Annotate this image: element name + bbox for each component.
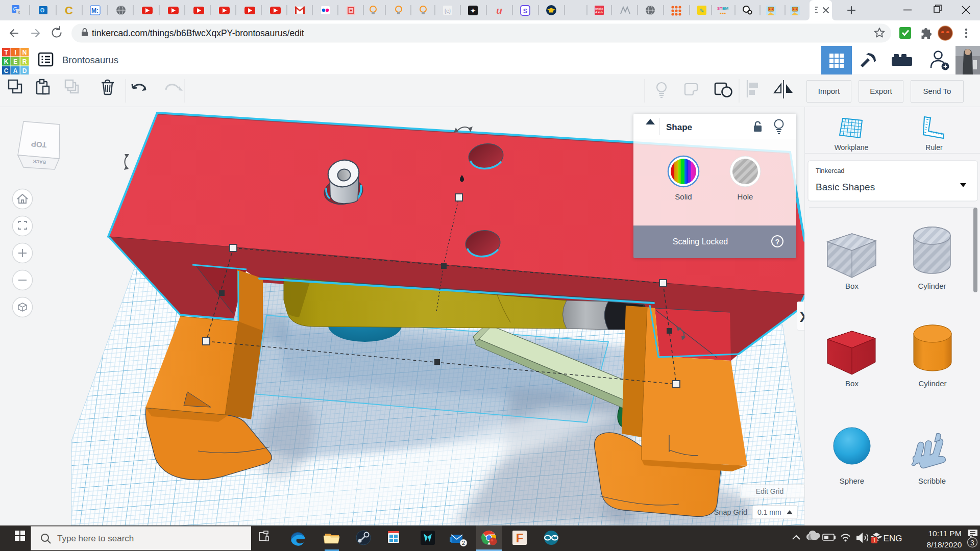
svg-text:C: C xyxy=(65,4,73,17)
svg-text:●●●: ●●● xyxy=(720,11,726,15)
svg-text:2: 2 xyxy=(462,540,465,546)
svg-text:Brontosaurus: Brontosaurus xyxy=(62,55,118,65)
svg-text:T: T xyxy=(5,49,9,56)
svg-text:STEM: STEM xyxy=(717,6,729,11)
svg-text:F: F xyxy=(516,531,524,545)
svg-text:u: u xyxy=(496,5,502,16)
svg-text:10:11 PM: 10:11 PM xyxy=(928,529,961,538)
svg-text:N: N xyxy=(22,49,27,56)
svg-text:1: 1 xyxy=(873,538,876,543)
svg-text:bricks: bricks xyxy=(595,7,603,10)
svg-text:TOP: TOP xyxy=(31,140,47,149)
svg-text:Workplane: Workplane xyxy=(835,143,869,152)
svg-text:{c}: {c} xyxy=(445,8,451,14)
svg-text:Box: Box xyxy=(845,282,859,290)
svg-text:Solid: Solid xyxy=(675,192,692,201)
svg-text:Edit Grid: Edit Grid xyxy=(756,487,783,495)
svg-text:Hole: Hole xyxy=(738,192,753,201)
svg-text:S: S xyxy=(523,7,528,15)
svg-text:✦: ✦ xyxy=(470,7,476,15)
svg-text:Basic Shapes: Basic Shapes xyxy=(816,182,875,192)
svg-text:Ruler: Ruler xyxy=(925,143,943,152)
svg-text:8/18/2020: 8/18/2020 xyxy=(927,540,962,549)
svg-text:D: D xyxy=(22,67,27,74)
svg-text:Scaling Locked: Scaling Locked xyxy=(673,237,728,246)
svg-text:R: R xyxy=(22,58,27,65)
svg-text:E: E xyxy=(13,58,17,65)
svg-text:Type here to search: Type here to search xyxy=(57,534,134,543)
svg-text:Shape: Shape xyxy=(666,122,692,132)
svg-text:Box: Box xyxy=(845,379,859,388)
svg-text:O: O xyxy=(40,8,44,13)
svg-text:Tinkercad: Tinkercad xyxy=(816,167,845,174)
svg-text:K: K xyxy=(4,58,9,65)
svg-text:C: C xyxy=(4,67,9,74)
svg-text:Sphere: Sphere xyxy=(840,477,864,485)
svg-text:I: I xyxy=(15,49,16,56)
svg-text:✎: ✎ xyxy=(699,8,704,14)
svg-text:Snap Grid: Snap Grid xyxy=(714,508,747,516)
svg-text:M:: M: xyxy=(91,7,99,14)
svg-text:Scribble: Scribble xyxy=(918,477,946,485)
svg-text:ENG: ENG xyxy=(884,534,902,543)
svg-text:A: A xyxy=(13,67,18,74)
svg-text:3: 3 xyxy=(970,539,974,547)
svg-text:Cylinder: Cylinder xyxy=(918,282,946,290)
svg-text:4 kidz: 4 kidz xyxy=(595,11,603,14)
svg-text:BACK: BACK xyxy=(32,159,46,165)
svg-text:?: ? xyxy=(775,238,780,246)
svg-text:0.1 mm: 0.1 mm xyxy=(757,508,781,516)
svg-text:Cylinder: Cylinder xyxy=(918,379,946,388)
svg-text:x: x xyxy=(18,10,20,15)
svg-text:tinkercad.com/things/b6BfwcXqx: tinkercad.com/things/b6BfwcXqxPY-brontos… xyxy=(92,28,304,38)
